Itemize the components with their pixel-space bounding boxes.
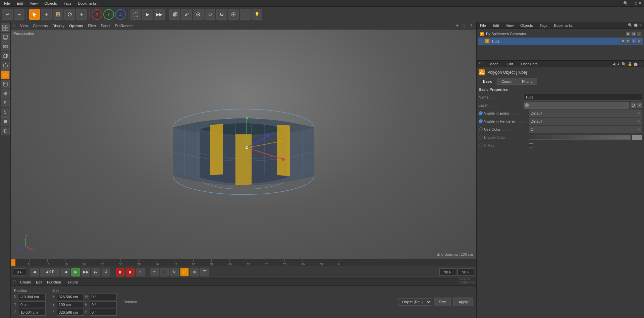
height-input[interactable] [90,294,117,300]
shading-button[interactable] [1,70,10,79]
undo-button[interactable]: ↩ [2,9,13,20]
prop-visible-renderer-radio[interactable] [479,119,483,123]
scale-mode-button[interactable]: ⬛ [160,268,169,276]
apply-button[interactable]: Apply [453,298,473,306]
right-menu-view[interactable]: View [504,23,515,28]
sculpt-button[interactable] [193,9,204,20]
bottom-menu-create[interactable]: Create [18,279,33,285]
props-arrow-right-icon[interactable]: ▲ [616,62,620,66]
position-y-input[interactable] [19,301,46,308]
prev-start-button[interactable]: ◀ [30,268,39,276]
bottom-menu-texture[interactable]: Texture [64,279,80,285]
size-z-input[interactable] [57,309,84,316]
prop-use-color-radio[interactable] [479,127,483,131]
scale-tool-button[interactable] [53,9,63,20]
magnet-button[interactable] [216,9,227,20]
viewport-settings-icon[interactable]: ✛ [454,23,460,29]
render-preview-button[interactable]: ▶ [142,9,153,20]
snap-button[interactable] [1,89,10,98]
rotate-tool-button[interactable] [64,9,75,20]
layer-clear-button[interactable]: ✕ [637,103,642,108]
right-menu-edit[interactable]: Edit [491,23,500,28]
grid-mode-button[interactable]: ⊞ [190,268,199,276]
size-button[interactable]: Size [434,298,451,306]
size-x-input[interactable] [57,294,84,300]
next-button[interactable]: ▶▶ [82,268,90,276]
generator-render-icon[interactable] [631,31,636,36]
bottom-menu-function[interactable]: Function [45,279,63,285]
position-x-input[interactable] [19,294,46,300]
prop-xray-radio[interactable] [479,143,483,147]
props-arrow-left-icon[interactable]: ◀ [612,62,615,66]
list-mode-button[interactable]: ☰ [200,268,209,276]
onion-skin-button[interactable] [1,127,10,135]
window-maximize-icon[interactable]: □ [635,1,637,5]
help-button[interactable]: ? [136,268,145,276]
paint-button[interactable]: 🖌 [181,9,192,20]
menu-view[interactable]: View [29,1,39,6]
render-region-button[interactable] [130,9,141,20]
texture-button[interactable] [1,80,10,88]
y-axis-button[interactable]: Y [103,9,114,20]
right-menu-tags[interactable]: Tags [538,23,549,28]
props-userdata-item[interactable]: User Data [519,61,540,67]
vp-menu-cameras[interactable]: Cameras [31,23,50,28]
loop-button[interactable]: ↺ [102,268,110,276]
tree-item-tube[interactable]: T Tube T ⊞ [478,38,643,45]
fps-input[interactable] [458,268,474,276]
transform-tool-button[interactable]: ✛ [76,9,87,20]
render-all-button[interactable]: ▶▶ [154,9,165,20]
next-end-button[interactable]: ⏭ [92,268,100,276]
menu-objects[interactable]: Objects [43,1,58,6]
bottom-menu-edit[interactable]: Edit [34,279,44,285]
end-frame-input[interactable] [439,268,456,276]
menu-tags[interactable]: Tags [62,1,73,6]
prev-frame-input[interactable]: ◀ 0 F [40,268,60,276]
window-close-icon[interactable]: ✕ [638,1,641,5]
props-lock-icon[interactable]: 🔒 [628,62,632,66]
size-y-input[interactable] [57,301,84,308]
position-z-input[interactable] [19,309,46,316]
props-settings-icon[interactable]: ⬤ [634,62,638,66]
prop-visible-editor-radio[interactable] [479,111,483,115]
tube-eye-icon[interactable] [621,39,625,44]
redo-button[interactable]: ↪ [14,9,24,20]
timeline-ruler[interactable] [11,259,476,266]
move-mode-button[interactable]: ✛ [150,268,159,276]
viewport-expand-icon[interactable]: ⬛ [461,23,467,29]
pitch-input[interactable] [90,301,117,308]
tube-render-icon[interactable] [626,39,631,44]
paint2-button[interactable]: S [1,108,10,117]
z-axis-button[interactable]: Z [115,9,126,20]
render-mode-button[interactable] [1,33,10,42]
props-search-icon[interactable]: 🔍 [622,62,626,66]
menu-edit[interactable]: Edit [15,1,24,6]
prop-xray-checkbox[interactable] [529,143,533,147]
vp-menu-panel[interactable]: Panel [99,23,112,28]
right-panel-settings-icon[interactable]: ⬤ [634,23,638,27]
perspective-button[interactable] [1,52,10,60]
rotate-mode-button[interactable]: ↻ [170,268,179,276]
prop-color-swatch[interactable] [632,135,642,140]
vp-menu-prorender[interactable]: ProRender [113,23,135,28]
window-minimize-icon[interactable]: — [630,1,633,5]
vp-menu-view[interactable]: View [18,23,30,28]
tube-check-icon[interactable]: ⊞ [637,39,641,44]
prev-button[interactable]: ◀ [61,268,70,276]
prop-color-bar[interactable] [529,135,631,140]
right-menu-file[interactable]: File [479,23,487,28]
select-tool-button[interactable] [29,9,40,20]
record-button[interactable]: ⏺ [116,268,124,276]
coord-mode-dropdown[interactable]: Object (Rel.) Object (Abs.) World [398,298,431,306]
vp-menu-options[interactable]: Options [67,23,85,28]
wireframe-button[interactable] [1,61,10,70]
props-mode-item[interactable]: Mode [487,61,501,67]
menu-file[interactable]: File [3,1,11,6]
prop-visible-editor-dropdown[interactable]: Default ▼ [529,110,642,117]
right-menu-objects[interactable]: Objects [519,23,534,28]
vp-menu-filter[interactable]: Filter [86,23,98,28]
selection-button[interactable]: ⬡ [205,9,215,20]
layer-button[interactable] [1,117,10,126]
grid-button[interactable] [228,9,239,20]
perspective-cube-button[interactable] [169,9,180,20]
